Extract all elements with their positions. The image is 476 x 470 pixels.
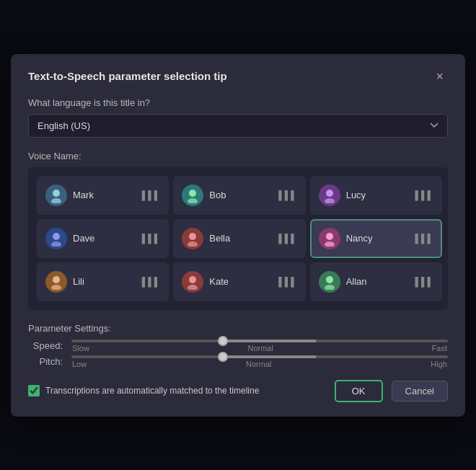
checkbox-wrap: Transcriptions are automatically matched… [28,385,326,396]
voice-grid-container: Mark ▌▌▌ Bob ▌▌▌ Lucy ▌▌ [28,167,448,310]
voice-name-kate: Kate [209,276,273,287]
svg-point-16 [326,276,333,283]
dialog-header: Text-to-Speech parameter selection tip × [28,68,448,84]
avatar-lili [45,271,67,293]
avatar-lucy [319,185,340,206]
pitch-label-normal: Normal [246,360,271,368]
voice-card-mark[interactable]: Mark ▌▌▌ [37,176,169,215]
svg-point-8 [189,233,196,240]
language-select[interactable]: English (US) English (UK) Spanish French [28,114,448,138]
avatar-nancy [319,228,340,249]
wave-lili: ▌▌▌ [142,277,161,287]
avatar-kate [182,271,203,293]
wave-mark: ▌▌▌ [142,190,161,200]
voice-name-mark: Mark [73,190,136,200]
pitch-row: Pitch: Low Normal High [28,355,448,368]
pitch-slider[interactable] [71,355,448,358]
ok-button[interactable]: OK [335,380,383,402]
voice-card-nancy[interactable]: Nancy ▌▌▌ [310,219,442,258]
wave-nancy: ▌▌▌ [415,234,433,244]
voice-card-lucy[interactable]: Lucy ▌▌▌ [310,176,442,215]
dialog-title: Text-to-Speech parameter selection tip [28,70,227,82]
wave-kate: ▌▌▌ [278,277,297,287]
svg-point-12 [53,276,60,283]
svg-point-3 [188,198,198,203]
svg-point-11 [325,241,335,247]
voice-name-bob: Bob [209,190,273,200]
wave-bob: ▌▌▌ [278,190,297,200]
voice-card-dave[interactable]: Dave ▌▌▌ [37,219,169,258]
svg-point-0 [53,190,60,197]
dialog-footer: Transcriptions are automatically matched… [28,380,448,402]
wave-lucy: ▌▌▌ [415,190,433,200]
auto-match-checkbox[interactable] [28,385,40,396]
svg-point-6 [53,233,60,240]
avatar-allan [319,271,340,293]
svg-point-17 [325,285,335,290]
svg-point-13 [51,285,61,290]
svg-point-10 [326,233,333,240]
pitch-slider-labels: Low Normal High [71,360,448,368]
cancel-button[interactable]: Cancel [392,381,448,402]
close-button[interactable]: × [431,68,448,84]
pitch-label: Pitch: [28,356,63,367]
checkbox-label: Transcriptions are automatically matched… [45,386,259,396]
voice-card-bob[interactable]: Bob ▌▌▌ [173,176,305,215]
svg-point-7 [51,241,61,247]
avatar-bob [182,185,203,206]
voice-section-label: Voice Name: [28,151,448,161]
wave-bella: ▌▌▌ [278,234,297,244]
svg-point-1 [51,198,61,203]
wave-dave: ▌▌▌ [142,234,161,244]
svg-point-14 [189,276,196,283]
voice-name-nancy: Nancy [346,233,410,244]
voice-name-allan: Allan [346,276,410,287]
voice-name-bella: Bella [209,233,273,244]
language-question: What language is this title in? [28,97,448,108]
tts-dialog: Text-to-Speech parameter selection tip ×… [11,54,465,417]
voice-name-dave: Dave [73,233,136,244]
svg-point-5 [325,198,335,203]
svg-point-9 [188,241,198,247]
pitch-label-low: Low [72,360,87,368]
speed-slider[interactable] [71,340,448,342]
pitch-label-high: High [431,360,447,368]
parameter-settings-section: Parameter Settings: Speed: Slow Normal F… [28,323,448,368]
avatar-bella [182,228,203,249]
svg-point-4 [326,190,333,197]
svg-point-2 [189,190,196,197]
pitch-slider-wrap: Low Normal High [71,355,448,368]
svg-point-15 [188,285,198,290]
voice-name-lili: Lili [73,276,136,287]
language-section: What language is this title in? English … [28,97,448,138]
wave-allan: ▌▌▌ [415,277,433,287]
voice-card-kate[interactable]: Kate ▌▌▌ [173,262,305,301]
voice-card-allan[interactable]: Allan ▌▌▌ [310,262,442,301]
avatar-dave [45,228,67,249]
speed-slider-wrap: Slow Normal Fast [71,340,448,352]
avatar-mark [45,185,67,206]
voice-grid: Mark ▌▌▌ Bob ▌▌▌ Lucy ▌▌ [37,176,442,301]
speed-row: Speed: Slow Normal Fast [28,340,448,352]
parameter-settings-label: Parameter Settings: [28,323,448,334]
voice-card-bella[interactable]: Bella ▌▌▌ [173,219,305,258]
voice-card-lili[interactable]: Lili ▌▌▌ [37,262,169,301]
voice-section: Voice Name: Mark ▌▌▌ Bob ▌▌▌ [28,151,448,310]
voice-name-lucy: Lucy [346,190,410,200]
speed-label: Speed: [28,340,63,351]
